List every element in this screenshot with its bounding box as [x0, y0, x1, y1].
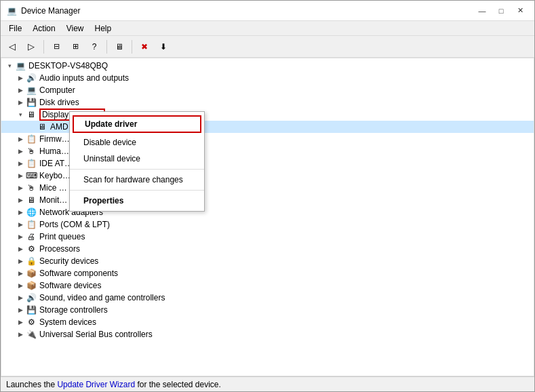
main-area: ▾ 💻 DESKTOP-VS48QBQ ▶ 🔊 Audio inputs and…: [1, 58, 534, 376]
sys-expander: ▶: [15, 317, 26, 328]
tree-root[interactable]: ▾ 💻 DESKTOP-VS48QBQ: [1, 60, 534, 72]
mice-expander: ▶: [15, 182, 26, 193]
properties-button[interactable]: ⊟: [47, 39, 65, 55]
print-label: Print queues: [39, 232, 85, 241]
maximize-button[interactable]: □: [492, 4, 510, 18]
computer-label: Computer: [39, 85, 75, 95]
mice-label: Mice …: [39, 183, 67, 193]
proc-expander: ▶: [15, 243, 26, 254]
ide-expander: ▶: [15, 158, 26, 169]
disk-expander: ▶: [15, 97, 26, 108]
swc-icon: 📦: [26, 268, 37, 279]
menu-file[interactable]: File: [3, 22, 27, 35]
forward-button[interactable]: ▷: [22, 39, 40, 55]
tree-item-sw-dev[interactable]: ▶ 📦 Software devices: [1, 279, 534, 292]
tree-item-computer[interactable]: ▶ 💻 Computer: [1, 84, 534, 96]
tree-item-storage[interactable]: ▶ 💾 Storage controllers: [1, 304, 534, 316]
tree-item-audio[interactable]: ▶ 🔊 Audio inputs and outputs: [1, 72, 534, 84]
storage-expander: ▶: [15, 305, 26, 315]
menu-action[interactable]: Action: [27, 22, 60, 35]
firmware-expander: ▶: [15, 134, 26, 144]
kb-expander: ▶: [15, 170, 26, 181]
kb-icon: ⌨: [26, 170, 37, 181]
title-bar: 💻 Device Manager — □ ✕: [1, 1, 534, 21]
tree-item-security[interactable]: ▶ 🔒 Security devices: [1, 255, 534, 267]
ctx-scan-hardware[interactable]: Scan for hardware changes: [70, 172, 204, 188]
tree-item-sw-comp[interactable]: ▶ 📦 Software components: [1, 267, 534, 279]
scan-hardware-toolbar-button[interactable]: ⬇: [155, 39, 172, 55]
sound-expander: ▶: [15, 292, 26, 303]
sec-icon: 🔒: [26, 256, 37, 267]
back-button[interactable]: ◁: [3, 39, 21, 55]
tree-item-sound[interactable]: ▶ 🔊 Sound, video and game controllers: [1, 292, 534, 304]
status-highlight: Update Driver Wizard: [57, 380, 135, 389]
toolbar-sep2: [106, 40, 107, 54]
context-menu: Update driver Disable device Uninstall d…: [69, 111, 205, 212]
title-icon: 💻: [6, 5, 17, 16]
ports-expander: ▶: [15, 219, 26, 230]
ctx-properties[interactable]: Properties: [70, 193, 204, 209]
computer-expander: ▶: [15, 85, 26, 96]
ports-label: Ports (COM & LPT): [39, 220, 110, 229]
help-toolbar-button[interactable]: ?: [85, 39, 103, 55]
proc-icon: ⚙: [26, 243, 37, 254]
tree-item-processors[interactable]: ▶ ⚙ Processors: [1, 243, 534, 255]
usb-expander: ▶: [15, 329, 26, 340]
amd-icon: 🖥: [37, 121, 47, 132]
window-controls: — □ ✕: [473, 4, 529, 18]
minimize-button[interactable]: —: [473, 4, 491, 18]
ctx-sep2: [70, 190, 204, 191]
computer-icon: 💻: [26, 85, 37, 96]
disk-icon: 💾: [26, 97, 37, 108]
ctx-uninstall-device[interactable]: Uninstall device: [70, 151, 204, 167]
tree-item-ports[interactable]: ▶ 📋 Ports (COM & LPT): [1, 218, 534, 231]
swc-expander: ▶: [15, 268, 26, 279]
update-driver-toolbar-button[interactable]: ⊞: [66, 39, 84, 55]
menu-bar: File Action View Help: [1, 21, 534, 36]
sys-icon: ⚙: [26, 317, 37, 328]
menu-view[interactable]: View: [61, 22, 90, 35]
kb-label: Keybo…: [39, 171, 71, 180]
swd-icon: 📦: [26, 280, 37, 291]
mice-icon: 🖱: [26, 182, 37, 193]
sys-label: System devices: [39, 317, 96, 327]
swc-label: Software components: [39, 269, 118, 278]
tree-item-disk[interactable]: ▶ 💾 Disk drives: [1, 96, 534, 109]
tree-item-system[interactable]: ▶ ⚙ System devices: [1, 316, 534, 328]
usb-label: Universal Serial Bus controllers: [39, 330, 153, 339]
storage-icon: 💾: [26, 305, 37, 315]
device-manager-window: 💻 Device Manager — □ ✕ File Action View …: [0, 0, 535, 392]
net-expander: ▶: [15, 207, 26, 218]
status-text: Launches the Update Driver Wizard for th…: [6, 380, 221, 389]
audio-expander: ▶: [15, 73, 26, 83]
status-bar: Launches the Update Driver Wizard for th…: [1, 376, 534, 391]
ctx-update-driver[interactable]: Update driver: [73, 115, 201, 133]
display-computer-button[interactable]: 🖥: [111, 39, 128, 55]
print-icon: 🖨: [26, 231, 37, 242]
menu-help[interactable]: Help: [90, 22, 117, 35]
window-title: Device Manager: [21, 6, 473, 16]
print-expander: ▶: [15, 231, 26, 242]
tree-item-usb[interactable]: ▶ 🔌 Universal Serial Bus controllers: [1, 328, 534, 340]
toolbar-sep3: [132, 40, 132, 54]
display-expander: ▾: [15, 109, 26, 120]
sec-expander: ▶: [15, 256, 26, 267]
proc-label: Processors: [39, 244, 80, 254]
ide-icon: 📋: [26, 158, 37, 169]
root-expander: ▾: [4, 60, 15, 71]
close-button[interactable]: ✕: [511, 4, 529, 18]
uninstall-toolbar-button[interactable]: ✖: [136, 39, 153, 55]
hid-expander: ▶: [15, 146, 26, 157]
tree-item-print[interactable]: ▶ 🖨 Print queues: [1, 231, 534, 243]
audio-icon: 🔊: [26, 73, 37, 83]
root-label: DESKTOP-VS48QBQ: [28, 61, 108, 71]
ide-label: IDE AT…: [39, 159, 73, 168]
device-tree[interactable]: ▾ 💻 DESKTOP-VS48QBQ ▶ 🔊 Audio inputs and…: [1, 58, 534, 376]
mon-expander: ▶: [15, 195, 26, 205]
sec-label: Security devices: [39, 256, 98, 266]
firmware-label: Firmw…: [39, 134, 70, 144]
ctx-sep1: [70, 169, 204, 170]
ctx-disable-device[interactable]: Disable device: [70, 134, 204, 151]
ports-icon: 📋: [26, 219, 37, 230]
computer-icon: 💻: [15, 60, 26, 71]
